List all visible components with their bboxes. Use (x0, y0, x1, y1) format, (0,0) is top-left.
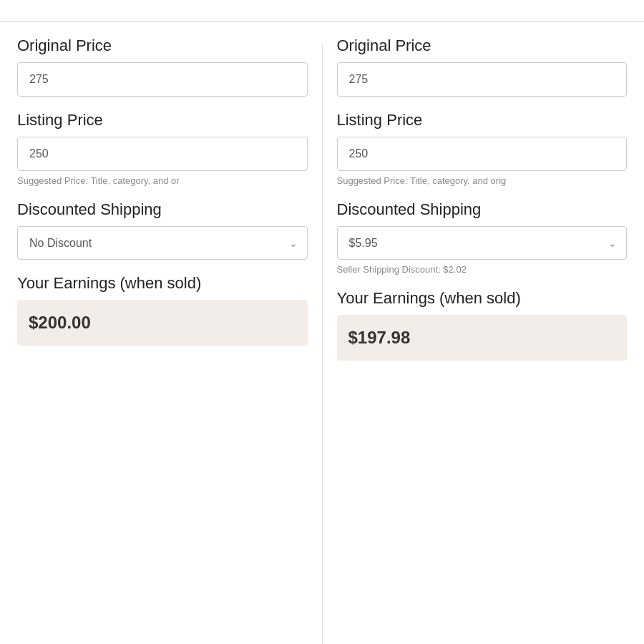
left-discounted-shipping-group: Discounted Shipping No Discount $5.95 $7… (17, 200, 308, 260)
right-original-price-input[interactable] (337, 62, 628, 97)
right-column: Original Price Listing Price Suggested P… (323, 21, 645, 644)
right-earnings-value: $197.98 (337, 315, 628, 361)
left-earnings-label: Your Earnings (when sold) (17, 274, 308, 293)
right-shipping-select-wrapper: No Discount $5.95 $7.99 ⌄ (337, 226, 628, 260)
right-listing-price-group: Listing Price Suggested Price: Title, ca… (337, 111, 628, 186)
right-original-price-label: Original Price (337, 36, 628, 55)
right-discounted-shipping-group: Discounted Shipping No Discount $5.95 $7… (337, 200, 628, 275)
left-listing-price-input[interactable] (17, 137, 308, 171)
left-discounted-shipping-select[interactable]: No Discount $5.95 $7.99 (17, 226, 308, 260)
left-original-price-group: Original Price (17, 36, 308, 97)
right-listing-price-input[interactable] (337, 137, 628, 171)
left-listing-price-group: Listing Price Suggested Price: Title, ca… (17, 111, 308, 186)
right-discounted-shipping-select[interactable]: No Discount $5.95 $7.99 (337, 226, 628, 260)
left-earnings-value: $200.00 (17, 300, 308, 346)
left-original-price-input[interactable] (17, 62, 308, 97)
left-shipping-select-wrapper: No Discount $5.95 $7.99 ⌄ (17, 226, 308, 260)
right-earnings-label: Your Earnings (when sold) (337, 289, 628, 308)
right-listing-price-label: Listing Price (337, 111, 628, 130)
left-earnings-group: Your Earnings (when sold) $200.00 (17, 274, 308, 346)
left-listing-price-label: Listing Price (17, 111, 308, 130)
right-discounted-shipping-label: Discounted Shipping (337, 200, 628, 219)
right-original-price-group: Original Price (337, 36, 628, 97)
left-discounted-shipping-label: Discounted Shipping (17, 200, 308, 219)
right-suggested-price-hint: Suggested Price: Title, category, and or… (337, 175, 628, 186)
right-earnings-group: Your Earnings (when sold) $197.98 (337, 289, 628, 361)
left-column: Original Price Listing Price Suggested P… (0, 21, 322, 644)
right-seller-discount-hint: Seller Shipping Discount: $2.02 (337, 264, 628, 275)
left-original-price-label: Original Price (17, 36, 308, 55)
left-suggested-price-hint: Suggested Price: Title, category, and or (17, 175, 308, 186)
